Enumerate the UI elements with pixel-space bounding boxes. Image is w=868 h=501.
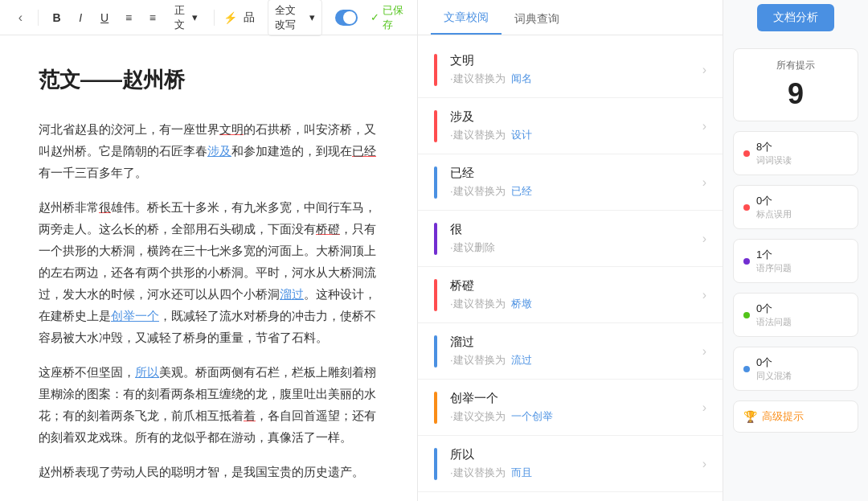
paragraph-1: 河北省赵县的洨河上，有一座世界文明的石拱桥，叫安济桥，又叫赵州桥。它是隋朝的石匠… <box>39 118 379 183</box>
review-item[interactable]: 溜过 ·建议替换为 流过 › <box>418 323 723 380</box>
item-left: 0个 标点误用 <box>743 194 792 220</box>
review-item[interactable]: 文明 ·建议替换为 闻名 › <box>418 42 723 98</box>
saved-check-icon: ✓ <box>371 11 379 23</box>
review-tabs: 文章校阅 词典查询 <box>418 0 723 35</box>
purple-dot <box>743 258 750 265</box>
green-dot <box>743 312 750 318</box>
back-button[interactable]: ‹ <box>13 8 28 27</box>
item-text: 0个 语法问题 <box>756 302 792 328</box>
item-sub-label: 标点误用 <box>756 208 792 220</box>
item-content: 涉及 ·建议替换为 设计 <box>450 109 702 142</box>
item-content: 已经 ·建议替换为 已经 <box>450 166 702 199</box>
item-left: 8个 词词误读 <box>743 140 792 166</box>
item-text: 1个 语序问题 <box>756 248 792 274</box>
chevron-right-icon: › <box>702 119 706 133</box>
item-text: 0个 同义混淆 <box>756 355 792 382</box>
item-suggestion: ·建议替换为 已经 <box>450 184 702 199</box>
suggestion-label: ·建议替换为 <box>450 129 506 141</box>
paragraph-2: 赵州桥非常很雄伟。桥长五十多米，有九米多宽，中间行车马，两旁走人。这么长的桥，全… <box>39 196 379 348</box>
item-indicator <box>434 335 437 368</box>
item-content: 溜过 ·建议替换为 流过 <box>450 335 702 368</box>
item-content: 很 ·建议删除 <box>450 222 702 255</box>
review-item[interactable]: 很 ·建议删除 › <box>418 211 723 267</box>
red-dot2 <box>743 204 750 211</box>
suggestion-label: ·建议交换为 <box>450 410 506 422</box>
style-selector[interactable]: 正文 ▾ <box>168 6 204 29</box>
item-word: 文明 <box>450 53 702 68</box>
review-item[interactable]: 所以 ·建议替换为 而且 › <box>418 436 723 492</box>
review-item[interactable]: 着 ·建议删除 › <box>418 492 723 501</box>
mode-label: 全文改写 <box>275 3 305 32</box>
item-indicator <box>434 166 437 199</box>
toolbar: ‹ B I U ≡ ≡ 正文 ▾ ⚡ 品 全文改写 ▾ ✓ 已保存 <box>0 0 417 35</box>
review-panel: 文章校阅 词典查询 文明 ·建议替换为 闻名 › 涉及 ·建议替换为 设计 <box>418 0 723 501</box>
paragraph-4: 赵州桥表现了劳动人民的聪明才智，是我国宝贵的历史遗产。 <box>39 461 379 483</box>
item-word: 所以 <box>450 447 702 462</box>
suggestion-label: ·建议替换为 <box>450 354 506 366</box>
toggle-switch[interactable] <box>335 10 358 26</box>
advanced-tips-button[interactable]: 🏆 高级提示 <box>733 400 858 433</box>
item-count-label: 0个 <box>756 355 792 370</box>
tab-dictionary[interactable]: 词典查询 <box>502 12 572 35</box>
suggestion-label: ·建议替换为 <box>450 298 506 310</box>
editor-content[interactable]: 范文——赵州桥 河北省赵县的洨河上，有一座世界文明的石拱桥，叫安济桥，又叫赵州桥… <box>0 35 417 501</box>
item-content: 文明 ·建议替换为 闻名 <box>450 53 702 86</box>
item-left: 1个 语序问题 <box>743 248 792 274</box>
suggestion-value: 桥墩 <box>511 298 532 310</box>
blue-dot <box>743 366 750 372</box>
chevron-right-icon: › <box>702 400 706 415</box>
review-item[interactable]: 创举一个 ·建议交换为 一个创举 › <box>418 380 723 436</box>
item-indicator <box>434 392 437 424</box>
item-left: 0个 同义混淆 <box>743 355 792 382</box>
list3-icon[interactable]: 品 <box>244 10 255 25</box>
italic-button[interactable]: I <box>72 6 89 29</box>
word-yijing: 已经 <box>352 144 376 158</box>
red-dot <box>743 150 750 157</box>
suggestion-value: 流过 <box>511 354 532 366</box>
paragraph-3: 这座桥不但坚固，所以美观。桥面两侧有石栏，栏板上雕刻着栩里糊涂的图案：有的刻看两… <box>39 361 379 448</box>
word-chuangju: 创举一个 <box>111 309 159 322</box>
item-word: 涉及 <box>450 109 702 125</box>
item-indicator <box>434 54 437 86</box>
item-indicator <box>434 448 437 480</box>
item-suggestion: ·建议替换为 流过 <box>450 353 702 368</box>
item-suggestion: ·建议交换为 一个创举 <box>450 409 702 424</box>
item-word: 溜过 <box>450 335 702 350</box>
item-text: 8个 词词误读 <box>756 140 792 166</box>
item-text: 0个 标点误用 <box>756 194 792 220</box>
item-count-label: 0个 <box>756 194 792 208</box>
lightning-icon[interactable]: ⚡ <box>223 11 237 24</box>
review-items-list: 文明 ·建议替换为 闻名 › 涉及 ·建议替换为 设计 › <box>418 35 723 501</box>
star-icon: 🏆 <box>743 410 757 423</box>
analysis-item-order: 1个 语序问题 <box>733 239 858 283</box>
mode-selector[interactable]: 全文改写 ▾ <box>268 0 321 36</box>
item-sub-label: 语法问题 <box>756 316 792 328</box>
item-word: 很 <box>450 222 702 237</box>
review-item[interactable]: 桥磴 ·建议替换为 桥墩 › <box>418 267 723 323</box>
item-sub-label: 语序问题 <box>756 262 792 274</box>
analysis-item-punct: 0个 标点误用 <box>733 185 858 229</box>
toolbar-divider-1 <box>38 10 39 26</box>
item-left: 0个 语法问题 <box>743 302 792 328</box>
word-sheji: 涉及 <box>207 144 231 158</box>
analysis-header: 文档分析 <box>723 0 868 35</box>
list2-button[interactable]: ≡ <box>144 6 162 29</box>
mode-arrow-icon: ▾ <box>309 11 315 23</box>
item-indicator <box>434 110 437 142</box>
list1-button[interactable]: ≡ <box>120 6 137 29</box>
total-number: 9 <box>743 77 848 111</box>
review-item[interactable]: 已经 ·建议替换为 已经 › <box>418 154 723 211</box>
tab-article-review[interactable]: 文章校阅 <box>431 10 502 35</box>
analysis-button[interactable]: 文档分析 <box>757 4 834 31</box>
bold-button[interactable]: B <box>48 6 66 29</box>
suggestion-label: ·建议替换为 <box>450 466 506 478</box>
item-sub-label: 词词误读 <box>756 154 792 166</box>
chevron-right-icon: › <box>702 288 706 302</box>
underline-button[interactable]: U <box>96 6 113 29</box>
chevron-right-icon: › <box>702 457 706 471</box>
chevron-right-icon: › <box>702 232 706 246</box>
item-count-label: 0个 <box>756 302 792 316</box>
review-item[interactable]: 涉及 ·建议替换为 设计 › <box>418 98 723 154</box>
item-word: 创举一个 <box>450 391 702 406</box>
item-suggestion: ·建议替换为 桥墩 <box>450 297 702 311</box>
